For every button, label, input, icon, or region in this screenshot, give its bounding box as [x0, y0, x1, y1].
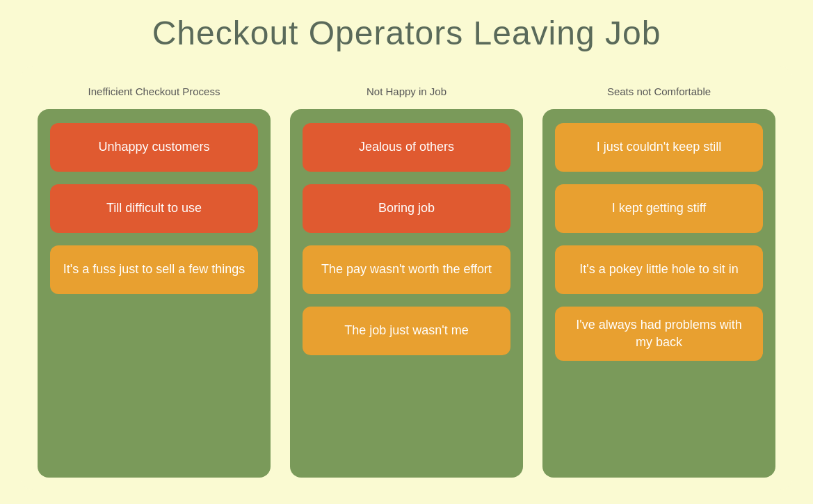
card-col3-1[interactable]: I kept getting stiff [555, 184, 763, 233]
column-col1: Inefficient Checkout ProcessUnhappy cust… [38, 79, 271, 478]
main-container: Inefficient Checkout ProcessUnhappy cust… [21, 66, 792, 490]
card-col3-2[interactable]: It's a pokey little hole to sit in [555, 245, 763, 294]
card-col2-3[interactable]: The job just wasn't me [303, 307, 510, 355]
column-label-col3: Seats not Comfortable [607, 79, 711, 104]
card-col1-2[interactable]: It's a fuss just to sell a few things [50, 245, 258, 294]
column-box-col3: I just couldn't keep stillI kept getting… [542, 109, 775, 478]
card-col3-0[interactable]: I just couldn't keep still [555, 123, 763, 172]
column-col3: Seats not ComfortableI just couldn't kee… [542, 79, 775, 478]
card-col3-3[interactable]: I've always had problems with my back [555, 307, 763, 361]
column-col2: Not Happy in JobJealous of othersBoring … [290, 79, 523, 478]
card-col2-2[interactable]: The pay wasn't worth the effort [303, 245, 510, 294]
card-col2-1[interactable]: Boring job [303, 184, 510, 233]
page-title: Checkout Operators Leaving Job [152, 14, 661, 52]
column-label-col2: Not Happy in Job [367, 79, 446, 104]
column-box-col1: Unhappy customersTill difficult to useIt… [38, 109, 271, 478]
card-col1-1[interactable]: Till difficult to use [50, 184, 258, 233]
card-col2-0[interactable]: Jealous of others [303, 123, 510, 172]
card-col1-0[interactable]: Unhappy customers [50, 123, 258, 172]
column-label-col1: Inefficient Checkout Process [88, 79, 220, 104]
column-box-col2: Jealous of othersBoring jobThe pay wasn'… [290, 109, 523, 478]
